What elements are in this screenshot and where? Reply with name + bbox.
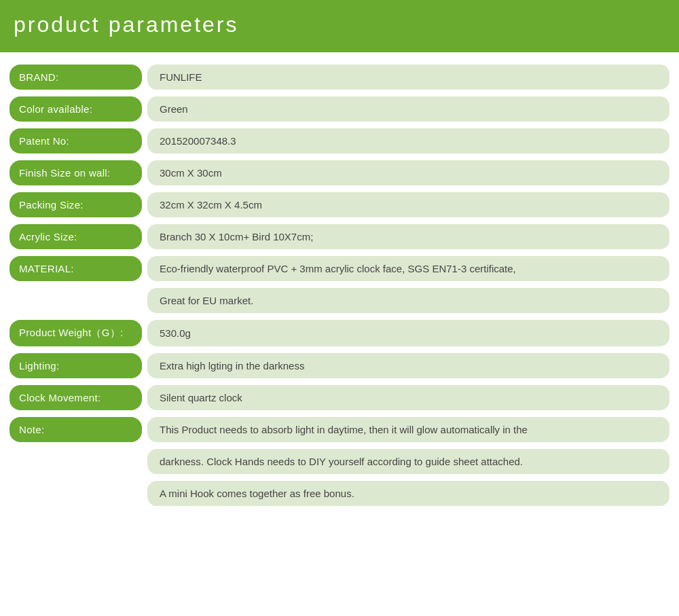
header: product parameters [0,0,679,52]
param-value-note-1: darkness. Clock Hands needs to DIY yours… [147,449,669,474]
param-row-brand: BRAND:FUNLIFE [10,65,669,90]
param-multi-material: MATERIAL:Eco-friendly waterproof PVC + 3… [10,256,669,313]
param-row-color: Color available:Green [10,96,669,122]
content: BRAND:FUNLIFEColor available:GreenPatent… [0,52,679,525]
param-label-lighting: Lighting: [10,353,142,378]
param-value-acrylic-size: Branch 30 X 10cm+ Bird 10X7cm; [147,224,669,249]
param-label-placeholder-material-1 [10,288,142,313]
param-label-weight: Product Weight（G）: [10,320,142,346]
param-value-clock-movement: Silent quartz clock [147,385,669,410]
param-value-note-2: A mini Hook comes together as free bonus… [147,481,669,506]
param-row-clock-movement: Clock Movement:Silent quartz clock [10,385,669,410]
param-subrow-material-0: MATERIAL:Eco-friendly waterproof PVC + 3… [10,256,669,281]
param-subrow-note-1: darkness. Clock Hands needs to DIY yours… [10,449,669,474]
param-value-packing-size: 32cm X 32cm X 4.5cm [147,192,669,217]
param-row-packing-size: Packing Size:32cm X 32cm X 4.5cm [10,192,669,217]
param-label-placeholder-note-1 [10,449,142,474]
param-label-clock-movement: Clock Movement: [10,385,142,410]
param-row-weight: Product Weight（G）:530.0g [10,320,669,346]
param-value-brand: FUNLIFE [147,65,669,90]
param-label-packing-size: Packing Size: [10,192,142,217]
param-row-finish-size: Finish Size on wall:30cm X 30cm [10,160,669,185]
param-value-color: Green [147,96,669,122]
param-label-acrylic-size: Acrylic Size: [10,224,142,249]
param-label-color: Color available: [10,96,142,122]
param-row-patent: Patent No:201520007348.3 [10,128,669,153]
param-value-note-0: This Product needs to absorb light in da… [147,417,669,442]
param-subrow-material-1: Great for EU market. [10,288,669,313]
param-label-material: MATERIAL: [10,256,142,281]
param-multi-note: Note:This Product needs to absorb light … [10,417,669,506]
param-label-placeholder-note-2 [10,481,142,506]
param-value-patent: 201520007348.3 [147,128,669,153]
param-value-material-0: Eco-friendly waterproof PVC + 3mm acryli… [147,256,669,281]
param-label-finish-size: Finish Size on wall: [10,160,142,185]
param-subrow-note-0: Note:This Product needs to absorb light … [10,417,669,442]
param-value-material-1: Great for EU market. [147,288,669,313]
param-value-weight: 530.0g [147,320,669,346]
param-row-lighting: Lighting:Extra high lgting in the darkne… [10,353,669,378]
param-label-brand: BRAND: [10,65,142,90]
param-value-finish-size: 30cm X 30cm [147,160,669,185]
param-subrow-note-2: A mini Hook comes together as free bonus… [10,481,669,506]
param-value-lighting: Extra high lgting in the darkness [147,353,669,378]
param-label-patent: Patent No: [10,128,142,153]
param-row-acrylic-size: Acrylic Size:Branch 30 X 10cm+ Bird 10X7… [10,224,669,249]
page-title: product parameters [14,12,665,37]
param-label-note: Note: [10,417,142,442]
page-wrapper: product parameters BRAND:FUNLIFEColor av… [0,0,679,616]
